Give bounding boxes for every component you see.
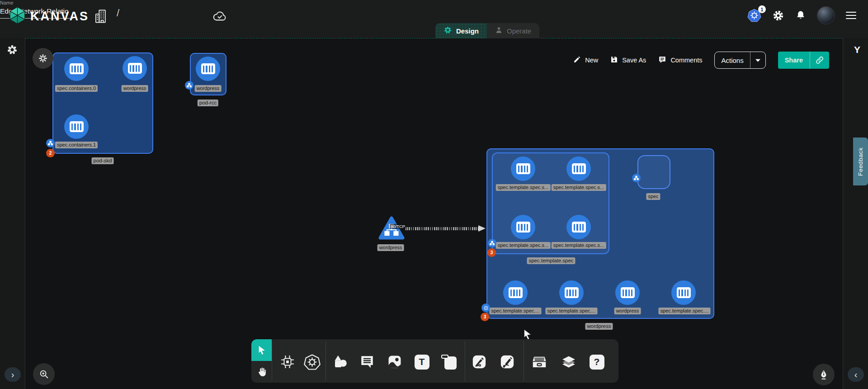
tab-design-label: Design bbox=[456, 27, 479, 35]
kubernetes-context-count-badge: 1 bbox=[758, 5, 766, 13]
container-icon bbox=[565, 287, 579, 298]
container-icon bbox=[572, 222, 586, 232]
node-service-triangle[interactable] bbox=[378, 216, 405, 242]
chip-integration-tool-button[interactable] bbox=[277, 351, 298, 372]
shapes-tool-button[interactable] bbox=[330, 351, 351, 372]
brand-logo[interactable]: KANVAS bbox=[9, 6, 89, 26]
text-tool-button[interactable]: T bbox=[411, 351, 432, 372]
group-spec-template-spec[interactable] bbox=[492, 152, 609, 254]
share-button[interactable]: Share bbox=[778, 52, 829, 69]
canvas-settings-asterisk-icon[interactable] bbox=[33, 48, 53, 69]
sitemap-badge-icon[interactable] bbox=[46, 139, 55, 147]
freehand-draw-tool-button[interactable] bbox=[497, 351, 518, 372]
feedback-tab[interactable]: Feedback bbox=[853, 138, 868, 185]
edge-port-label: 80/TCP bbox=[390, 224, 406, 229]
image-tool-button[interactable] bbox=[384, 351, 405, 372]
drawer-archive-tool-button[interactable] bbox=[529, 351, 550, 372]
node-label: spec.template.spec.s... bbox=[496, 184, 551, 191]
save-as-button[interactable]: Save As bbox=[610, 56, 646, 65]
node-container[interactable] bbox=[615, 280, 640, 305]
node-label: spec.containers.0 bbox=[55, 85, 98, 92]
hamburger-menu-icon[interactable] bbox=[846, 12, 856, 19]
group-label: spec.template.spec bbox=[527, 257, 575, 264]
note-tool-button[interactable] bbox=[439, 351, 459, 372]
notifications-bell-icon[interactable] bbox=[795, 9, 806, 21]
node-label: wordpress bbox=[195, 85, 222, 92]
comment-icon bbox=[658, 56, 666, 65]
app-header: KANVAS / Name bbox=[0, 0, 868, 38]
tab-operate[interactable]: Operate bbox=[487, 23, 539, 38]
right-sidebar bbox=[843, 38, 868, 389]
kubernetes-context-icon[interactable]: 1 bbox=[747, 9, 761, 22]
comments-button[interactable]: Comments bbox=[658, 56, 702, 65]
kanvas-hexagon-logo-icon bbox=[9, 6, 26, 26]
brand-name: KANVAS bbox=[30, 9, 89, 24]
node-container[interactable] bbox=[511, 215, 535, 239]
dock-spiral-icon[interactable] bbox=[6, 44, 18, 57]
node-container[interactable] bbox=[503, 280, 528, 305]
kanvas-app: KANVAS / Name bbox=[0, 0, 868, 389]
sitemap-badge-icon[interactable] bbox=[632, 174, 641, 182]
node-container[interactable] bbox=[64, 114, 89, 139]
pan-tool-button[interactable] bbox=[251, 361, 272, 383]
collapse-right-panel-button[interactable]: ‹ bbox=[848, 367, 864, 382]
node-spec[interactable] bbox=[637, 155, 670, 189]
chevron-down-icon[interactable] bbox=[750, 52, 765, 68]
node-container[interactable] bbox=[511, 157, 535, 181]
expand-left-panel-button[interactable]: › bbox=[5, 367, 21, 382]
design-spiral-icon bbox=[443, 26, 452, 36]
error-count-badge[interactable]: 3 bbox=[481, 313, 489, 321]
operate-person-icon bbox=[495, 26, 503, 35]
node-container[interactable] bbox=[123, 56, 147, 81]
edge-pen-tool-button[interactable] bbox=[469, 351, 490, 372]
help-tool-button[interactable]: ? bbox=[586, 351, 607, 372]
select-tool-button[interactable] bbox=[251, 339, 272, 361]
group-label: wordpress bbox=[585, 323, 613, 330]
deployment-badge-icon[interactable] bbox=[481, 304, 490, 312]
container-icon bbox=[70, 63, 84, 74]
node-container[interactable] bbox=[671, 280, 696, 305]
node-label: spec.template.spec.s... bbox=[552, 184, 606, 191]
sitemap-badge-icon[interactable] bbox=[185, 81, 193, 90]
node-container[interactable] bbox=[566, 215, 591, 239]
yaml-toggle-icon[interactable]: Y bbox=[854, 44, 860, 55]
actions-button-label: Actions bbox=[715, 52, 750, 68]
tab-design[interactable]: Design bbox=[435, 23, 487, 38]
edge-service-to-deployment[interactable] bbox=[406, 227, 479, 230]
node-container[interactable] bbox=[196, 57, 220, 81]
design-name-field: Name bbox=[0, 0, 868, 19]
canvas-action-bar: New Save As Comments A bbox=[573, 52, 829, 69]
node-container[interactable] bbox=[566, 157, 591, 181]
error-count-badge[interactable]: 2 bbox=[46, 149, 55, 157]
comment-tool-button[interactable] bbox=[357, 351, 377, 372]
organization-icon[interactable] bbox=[94, 9, 108, 24]
node-label: spec.template.spec.... bbox=[659, 308, 711, 314]
settings-gear-icon[interactable] bbox=[772, 9, 784, 22]
container-icon bbox=[201, 63, 215, 74]
error-count-badge[interactable]: 3 bbox=[487, 248, 496, 257]
pen-nib-button[interactable] bbox=[813, 364, 835, 385]
cloud-saved-icon[interactable] bbox=[212, 10, 227, 22]
left-sidebar: › bbox=[0, 38, 25, 389]
node-label: spec bbox=[646, 193, 660, 200]
container-icon bbox=[70, 121, 84, 132]
layers-tool-button[interactable] bbox=[558, 351, 579, 372]
actions-dropdown-button[interactable]: Actions bbox=[714, 52, 765, 69]
user-avatar[interactable] bbox=[817, 6, 835, 24]
kubernetes-components-tool-button[interactable] bbox=[302, 351, 322, 372]
node-label: spec.template.spec.s... bbox=[552, 242, 606, 249]
help-glyph: ? bbox=[590, 355, 604, 370]
sitemap-badge-icon[interactable] bbox=[488, 239, 496, 247]
node-label: spec.containers.1 bbox=[55, 142, 98, 148]
node-label: wordpress bbox=[614, 308, 641, 314]
node-container[interactable] bbox=[559, 280, 584, 305]
canvas-toolbar: T bbox=[251, 339, 618, 383]
share-link-icon[interactable] bbox=[810, 52, 829, 69]
group-label: pod-skd bbox=[92, 157, 114, 164]
node-container[interactable] bbox=[64, 57, 89, 81]
zoom-button[interactable] bbox=[33, 363, 55, 385]
header-right-controls: 1 bbox=[747, 6, 856, 24]
container-icon bbox=[677, 287, 691, 298]
save-as-button-label: Save As bbox=[622, 57, 646, 64]
new-button[interactable]: New bbox=[573, 56, 598, 65]
